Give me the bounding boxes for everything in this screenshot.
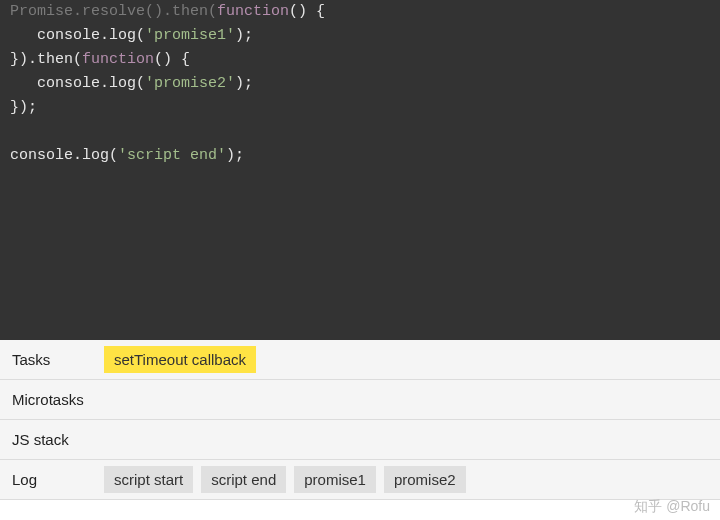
event-loop-table: Tasks setTimeout callback Microtasks JS … (0, 340, 720, 500)
code-line: console.log('script end'); (10, 144, 710, 168)
code-token: console. (10, 27, 109, 44)
code-token: 'promise1' (145, 27, 235, 44)
jsstack-content (100, 434, 720, 446)
code-token: log (82, 147, 109, 164)
code-token: log (109, 75, 136, 92)
code-token: }). (10, 51, 37, 68)
code-token: 'promise2' (145, 75, 235, 92)
jsstack-row: JS stack (0, 420, 720, 460)
row-label: Tasks (0, 341, 100, 378)
code-token: Promise (10, 3, 73, 20)
queue-item: promise2 (384, 466, 466, 493)
code-line: }).then(function() { (10, 48, 710, 72)
code-token: console. (10, 75, 109, 92)
code-line: Promise.resolve().then(function() { (10, 0, 710, 24)
queue-item: script end (201, 466, 286, 493)
code-token: ); (235, 75, 253, 92)
queue-item: setTimeout callback (104, 346, 256, 373)
code-token: function (82, 51, 154, 68)
tasks-row: Tasks setTimeout callback (0, 340, 720, 380)
code-token: ( (208, 3, 217, 20)
code-token: (). (145, 3, 172, 20)
row-label: Microtasks (0, 381, 100, 418)
code-token: console. (10, 147, 82, 164)
queue-item: promise1 (294, 466, 376, 493)
microtasks-content (100, 394, 720, 406)
code-token: resolve (82, 3, 145, 20)
row-label: JS stack (0, 421, 100, 458)
code-token: ( (136, 75, 145, 92)
code-token: () { (154, 51, 190, 68)
queue-item: script start (104, 466, 193, 493)
log-content: script startscript endpromise1promise2 (100, 460, 720, 499)
code-token: }); (10, 99, 37, 116)
code-editor: Promise.resolve().then(function() { cons… (0, 0, 720, 340)
code-token: ); (226, 147, 244, 164)
code-token: ( (109, 147, 118, 164)
watermark: 知乎 @Rofu (634, 498, 710, 516)
code-line: }); (10, 96, 710, 120)
code-token: . (73, 3, 82, 20)
code-token: then (37, 51, 73, 68)
code-token: () { (289, 3, 325, 20)
microtasks-row: Microtasks (0, 380, 720, 420)
code-token: function (217, 3, 289, 20)
code-token: log (109, 27, 136, 44)
code-token: ); (235, 27, 253, 44)
row-label: Log (0, 461, 100, 498)
code-token: then (172, 3, 208, 20)
tasks-content: setTimeout callback (100, 340, 720, 379)
code-token: ( (73, 51, 82, 68)
code-token: ( (136, 27, 145, 44)
code-line (10, 120, 710, 144)
code-line: console.log('promise2'); (10, 72, 710, 96)
code-token: 'script end' (118, 147, 226, 164)
code-line: console.log('promise1'); (10, 24, 710, 48)
log-row: Log script startscript endpromise1promis… (0, 460, 720, 500)
